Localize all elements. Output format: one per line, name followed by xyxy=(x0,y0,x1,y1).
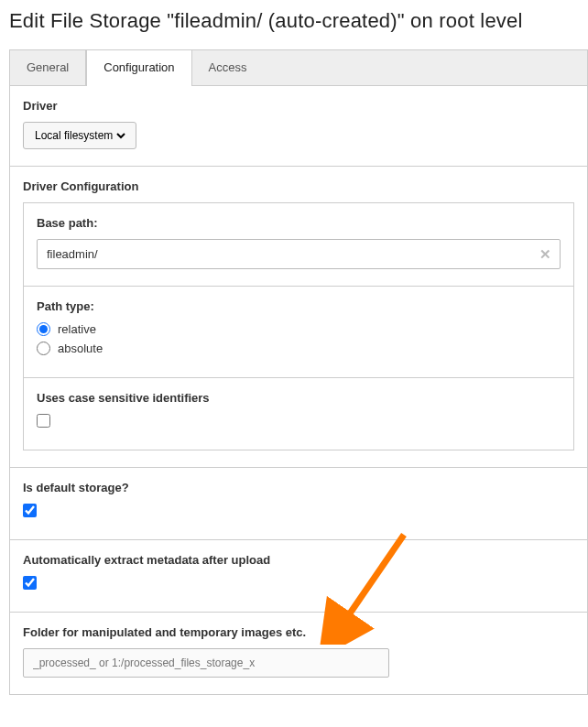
page-title: Edit File Storage "fileadmin/ (auto-crea… xyxy=(9,9,588,33)
auto-extract-label: Automatically extract metadata after upl… xyxy=(23,553,574,567)
tab-general[interactable]: General xyxy=(10,50,86,85)
tab-configuration[interactable]: Configuration xyxy=(86,50,191,86)
case-sensitive-label: Uses case sensitive identifiers xyxy=(37,391,561,405)
base-path-label: Base path: xyxy=(37,216,561,230)
auto-extract-checkbox[interactable] xyxy=(23,576,37,590)
folder-label: Folder for manipulated and temporary ima… xyxy=(23,625,574,639)
clear-icon[interactable]: ✕ xyxy=(539,246,551,263)
path-type-label: Path type: xyxy=(37,299,561,313)
case-sensitive-checkbox[interactable] xyxy=(37,414,50,428)
driver-config-inner: Base path: ✕ Path type: relative absolut… xyxy=(23,202,574,450)
folder-input[interactable] xyxy=(23,648,389,678)
driver-section: Driver Local filesystem xyxy=(10,86,587,167)
case-sensitive-section: Uses case sensitive identifiers xyxy=(24,378,573,450)
config-panel: Driver Local filesystem Driver Configura… xyxy=(9,86,588,695)
radio-relative-row: relative xyxy=(37,322,561,336)
radio-absolute[interactable] xyxy=(37,342,50,355)
driver-label: Driver xyxy=(23,99,574,113)
base-path-input[interactable] xyxy=(37,239,561,269)
radio-absolute-row: absolute xyxy=(37,342,561,355)
is-default-label: Is default storage? xyxy=(23,481,574,494)
path-type-section: Path type: relative absolute xyxy=(24,287,573,378)
driver-config-label: Driver Configuration xyxy=(23,179,574,193)
auto-extract-section: Automatically extract metadata after upl… xyxy=(10,540,587,613)
tab-access[interactable]: Access xyxy=(192,50,265,85)
base-path-section: Base path: ✕ xyxy=(24,203,573,287)
tab-bar: General Configuration Access xyxy=(9,49,588,86)
radio-relative-label: relative xyxy=(58,322,96,336)
is-default-checkbox[interactable] xyxy=(23,504,37,517)
is-default-section: Is default storage? xyxy=(10,468,587,540)
base-path-input-wrap: ✕ xyxy=(37,239,561,269)
driver-select[interactable]: Local filesystem xyxy=(31,128,128,143)
radio-absolute-label: absolute xyxy=(58,342,103,355)
driver-config-section: Driver Configuration Base path: ✕ Path t… xyxy=(10,167,587,468)
driver-select-wrap[interactable]: Local filesystem xyxy=(23,122,136,149)
folder-section: Folder for manipulated and temporary ima… xyxy=(10,613,587,694)
radio-relative[interactable] xyxy=(37,322,50,336)
